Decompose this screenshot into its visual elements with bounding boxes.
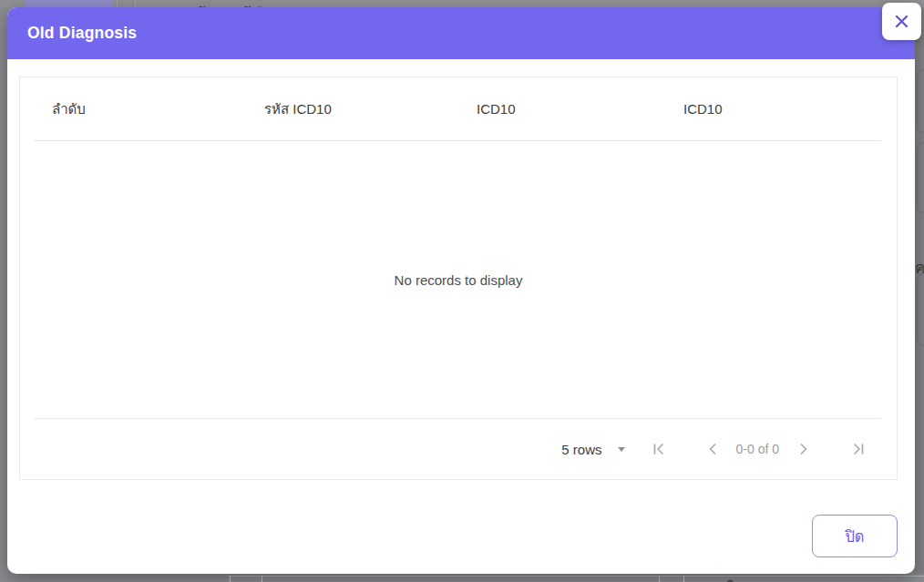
rows-per-page-select[interactable]: 5 rows xyxy=(561,442,650,457)
column-header-icd10-2: ICD10 xyxy=(652,101,897,117)
empty-message: No records to display xyxy=(395,272,523,288)
diagnosis-table: ลำดับ รหัส ICD10 ICD10 ICD10 No records … xyxy=(19,77,898,480)
background-divider xyxy=(117,0,118,7)
first-page-icon xyxy=(651,441,667,457)
background-table-border xyxy=(659,576,660,582)
table-body-empty: No records to display xyxy=(20,141,897,418)
previous-page-button[interactable] xyxy=(705,441,719,457)
first-page-button[interactable] xyxy=(651,441,667,457)
background-partial-text: หมายใจมอม xyxy=(691,577,770,582)
background-button-edge xyxy=(917,69,924,133)
close-button[interactable] xyxy=(882,3,921,40)
background-table-border xyxy=(230,576,231,582)
dropdown-caret-icon xyxy=(616,444,627,454)
background-page-top-strip: ข้อมูลผู้ป่วย xyxy=(0,0,924,7)
background-table-border xyxy=(683,576,684,582)
background-table-border xyxy=(228,576,924,577)
next-page-icon xyxy=(797,441,811,457)
rows-per-page-label: 5 rows xyxy=(561,442,601,457)
background-button-edge xyxy=(917,142,924,213)
column-header-sequence: ลำดับ xyxy=(20,98,232,120)
next-page-button[interactable] xyxy=(797,441,811,457)
last-page-button[interactable] xyxy=(850,441,867,457)
old-diagnosis-dialog: Old Diagnosis ลำดับ รหัส ICD10 ICD10 ICD… xyxy=(7,7,915,574)
background-page-bottom-strip: หมายใจมอม xyxy=(0,574,924,582)
close-icon xyxy=(893,13,910,30)
background-highlighted-text xyxy=(26,0,113,7)
table-header-row: ลำดับ รหัส ICD10 ICD10 ICD10 xyxy=(20,77,897,140)
last-page-icon xyxy=(850,441,867,457)
pagination-bar: 5 rows 0-0 of 0 xyxy=(20,419,897,479)
background-page-right-strip: ค xyxy=(914,7,924,574)
background-divider xyxy=(135,0,136,7)
close-dialog-button[interactable]: ปิด xyxy=(812,515,898,557)
column-header-icd10: ICD10 xyxy=(445,101,652,117)
dialog-title: Old Diagnosis xyxy=(27,24,137,43)
background-page-title: ข้อมูลผู้ป่วย xyxy=(195,1,286,7)
column-header-icd10-code: รหัส ICD10 xyxy=(232,98,445,120)
dialog-header: Old Diagnosis xyxy=(7,7,915,59)
page-range-label: 0-0 of 0 xyxy=(736,442,779,456)
previous-page-icon xyxy=(705,441,719,457)
background-button-edge xyxy=(917,273,924,346)
background-table-border xyxy=(262,576,262,582)
